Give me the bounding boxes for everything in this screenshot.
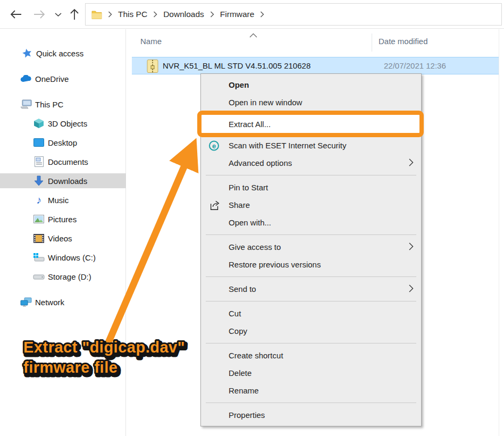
navigation-toolbar: This PC Downloads Firmware	[0, 0, 504, 29]
sidebar-item-label: Documents	[48, 157, 88, 166]
sidebar-item-label: OneDrive	[35, 74, 69, 83]
recent-locations-button[interactable]	[52, 7, 64, 21]
menu-item-open-with[interactable]: Open with...	[201, 214, 421, 231]
menu-item-label: Give access to	[229, 242, 281, 251]
sidebar-item-label: Music	[48, 196, 69, 205]
network-icon	[20, 296, 32, 308]
share-icon	[209, 199, 221, 211]
menu-item-label: Rename	[229, 386, 259, 395]
sidebar-item-label: Network	[35, 298, 64, 307]
quick-access-star-icon	[21, 47, 33, 59]
sidebar-item-videos[interactable]: Videos	[0, 231, 126, 246]
column-header-name[interactable]: Name	[140, 29, 162, 53]
menu-item-label: Delete	[229, 368, 251, 378]
sidebar-item-3d-objects[interactable]: 3D Objects	[0, 116, 126, 131]
address-bar[interactable]: This PC Downloads Firmware	[85, 3, 502, 26]
highlight-box-extract-all	[197, 111, 424, 137]
menu-item-delete[interactable]: Delete	[201, 364, 421, 382]
column-header-date-modified[interactable]: Date modified	[379, 29, 428, 53]
sidebar-item-desktop[interactable]: Desktop	[0, 135, 126, 150]
menu-item-label: Restore previous versions	[229, 260, 321, 269]
menu-separator	[206, 234, 416, 235]
drive-windows-icon	[33, 251, 45, 263]
sidebar-item-label: Storage (D:)	[48, 272, 91, 281]
menu-item-scan-with-eset[interactable]: e Scan with ESET Internet Security	[201, 137, 421, 154]
document-icon	[33, 156, 45, 167]
drive-icon	[33, 271, 45, 282]
menu-item-label: Create shortcut	[229, 351, 283, 360]
menu-item-open[interactable]: Open	[201, 76, 421, 94]
menu-item-give-access-to[interactable]: Give access to	[201, 238, 421, 256]
sidebar-item-label: 3D Objects	[48, 119, 87, 128]
menu-item-advanced-options[interactable]: Advanced options	[201, 154, 421, 172]
submenu-chevron-icon	[408, 158, 414, 168]
menu-item-label: Send to	[229, 284, 256, 294]
sidebar-item-documents[interactable]: Documents	[0, 154, 126, 169]
menu-item-copy[interactable]: Copy	[201, 322, 421, 340]
back-button[interactable]	[9, 7, 23, 21]
download-arrow-icon	[33, 175, 45, 187]
column-divider[interactable]	[372, 33, 372, 52]
chevron-down-icon	[55, 12, 62, 17]
file-row-selected[interactable]: NVR_K51_BL ML STD V4.51.005 210628 22/07…	[132, 57, 499, 74]
menu-separator	[206, 343, 416, 343]
file-name: NVR_K51_BL ML STD V4.51.005 210628	[163, 61, 310, 70]
menu-separator	[206, 403, 416, 403]
up-arrow-icon	[69, 8, 80, 21]
forward-button[interactable]	[32, 7, 47, 21]
breadcrumb-chevron-icon	[108, 11, 112, 18]
zip-file-icon	[146, 59, 159, 76]
menu-item-label: Scan with ESET Internet Security	[229, 141, 347, 150]
menu-item-send-to[interactable]: Send to	[201, 280, 421, 298]
sidebar-item-quick-access[interactable]: Quick access	[0, 46, 126, 61]
menu-item-create-shortcut[interactable]: Create shortcut	[201, 347, 421, 364]
sidebar-item-downloads[interactable]: Downloads	[0, 173, 126, 188]
menu-item-label: Open	[229, 80, 249, 89]
sidebar-item-label: Downloads	[48, 177, 87, 186]
sidebar-item-windows-c[interactable]: Windows (C:)	[0, 250, 126, 265]
breadcrumb-this-pc[interactable]: This PC	[118, 10, 147, 19]
film-icon	[33, 232, 45, 244]
menu-item-label: Share	[229, 200, 250, 209]
menu-separator	[206, 301, 416, 301]
menu-item-properties[interactable]: Properties	[201, 406, 421, 424]
menu-item-open-in-new-window[interactable]: Open in new window	[201, 94, 421, 111]
sidebar-item-label: Desktop	[48, 138, 77, 147]
menu-item-share[interactable]: Share	[201, 196, 421, 214]
submenu-chevron-icon	[408, 284, 414, 294]
file-explorer-window: This PC Downloads Firmware Quick access …	[0, 0, 504, 436]
submenu-chevron-icon	[408, 242, 414, 252]
sidebar-item-pictures[interactable]: Pictures	[0, 212, 126, 227]
scrollbar-gutter	[499, 29, 499, 436]
sidebar-item-label: Windows (C:)	[48, 253, 96, 262]
menu-item-pin-to-start[interactable]: Pin to Start	[201, 179, 421, 196]
sidebar-item-network[interactable]: Network	[0, 295, 126, 309]
breadcrumb-chevron-icon	[260, 11, 264, 18]
sidebar-item-label: Quick access	[36, 49, 83, 58]
file-date-modified: 22/07/2021 12:36	[384, 61, 446, 70]
menu-item-label: Open with...	[229, 218, 271, 227]
breadcrumb-firmware[interactable]: Firmware	[220, 10, 255, 19]
sidebar-item-onedrive[interactable]: OneDrive	[0, 71, 126, 86]
menu-item-restore-previous-versions[interactable]: Restore previous versions	[201, 256, 421, 273]
menu-item-cut[interactable]: Cut	[201, 305, 421, 322]
music-note-icon: ♪	[33, 194, 45, 206]
breadcrumb-chevron-icon	[210, 11, 214, 18]
computer-icon	[20, 98, 32, 110]
menu-separator	[206, 175, 416, 175]
sort-ascending-icon[interactable]	[249, 30, 257, 40]
menu-item-label: Pin to Start	[229, 183, 268, 192]
menu-item-label: Copy	[229, 326, 247, 336]
breadcrumb-downloads[interactable]: Downloads	[163, 10, 204, 19]
desktop-icon	[33, 137, 45, 148]
back-arrow-icon	[10, 9, 22, 20]
up-button[interactable]	[67, 7, 82, 21]
menu-item-rename[interactable]: Rename	[201, 382, 421, 399]
breadcrumb-chevron-icon	[153, 11, 157, 18]
picture-icon	[33, 213, 45, 225]
sidebar-item-storage-d[interactable]: Storage (D:)	[0, 269, 126, 284]
menu-item-label: Properties	[229, 410, 265, 420]
sidebar-item-this-pc[interactable]: This PC	[0, 97, 126, 112]
navigation-pane: Quick access OneDrive This PC 3D Objects	[0, 29, 126, 436]
sidebar-item-music[interactable]: ♪ Music	[0, 192, 126, 207]
